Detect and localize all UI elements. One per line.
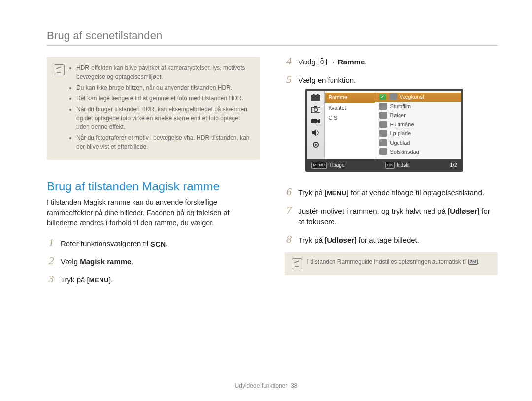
thumb-icon — [389, 93, 397, 100]
section-title: Brug af tilstanden Magisk ramme — [47, 180, 260, 193]
step-bold: Udløser — [327, 236, 354, 244]
note-list: HDR-effekten kan blive påvirket af kamer… — [69, 63, 252, 153]
option-label: Stumfilm — [390, 102, 411, 111]
section-body: I tilstanden Magisk ramme kan du anvende… — [47, 197, 260, 228]
ok-label: Indstil — [397, 161, 409, 169]
option-label: Lp-plade — [390, 129, 411, 138]
option-item: Lp-plade — [375, 129, 461, 138]
manual-page: Brug af scenetilstanden HDR-effekten kan… — [0, 0, 532, 401]
scene-icon — [311, 93, 321, 101]
footer-page-number: 38 — [291, 382, 297, 389]
option-label: Solskinsdag — [390, 148, 419, 156]
step-1: Roter funktionsvælgeren til SCN. — [47, 238, 260, 249]
camera-ui-panel: Ramme Kvalitet OIS Vægkunst Stumfilm Bøl… — [307, 91, 461, 159]
sound-icon — [311, 129, 321, 137]
small-note-box: I tilstanden Rammeguide indstilles opløs… — [285, 252, 498, 275]
step-text: Vælg — [299, 58, 318, 66]
left-column: HDR-effekten kan blive påvirket af kamer… — [47, 57, 260, 292]
thumb-icon — [379, 103, 387, 110]
note-item: Når du fotograferer et motiv i bevægelse… — [76, 133, 252, 151]
small-note-text: I tilstanden Rammeguide indstilles opløs… — [307, 258, 469, 265]
step-3: Tryk på [MENU]. — [47, 275, 260, 286]
note-icon — [54, 64, 65, 75]
step-7: Justér motivet i rammen, og tryk halvt n… — [285, 206, 498, 228]
step-text: Vælg — [61, 257, 80, 266]
option-item: Fuldmåne — [375, 120, 461, 129]
note-icon — [292, 258, 302, 269]
step-text: Roter funktionsvælgeren til — [61, 239, 151, 247]
page-title: Brug af scenetilstanden — [47, 30, 498, 46]
gear-icon — [311, 141, 321, 149]
camera-icon — [318, 59, 327, 65]
steps-right: Vælg → Ramme. Vælg en funktion. — [285, 57, 498, 246]
thumb-icon — [379, 139, 387, 146]
step-content: Roter funktionsvælgeren til SCN. — [61, 238, 168, 249]
page-footer: Udvidede funktioner 38 — [0, 382, 532, 389]
note-item: Du kan ikke bruge blitzen, når du anvend… — [76, 83, 252, 92]
step-content: Tryk på [MENU] for at vende tilbage til … — [299, 187, 484, 199]
option-label: Fuldmåne — [390, 121, 414, 129]
video-icon — [311, 117, 321, 125]
step-text: Tryk på [ — [299, 188, 327, 197]
svg-rect-0 — [311, 95, 320, 101]
step-text: Justér motivet i rammen, og tryk halvt n… — [299, 207, 450, 215]
menu-mark-icon: MENU — [311, 162, 327, 169]
step-6: Tryk på [MENU] for at vende tilbage til … — [285, 187, 498, 199]
resolution-icon: 2M — [468, 259, 478, 265]
step-content: Justér motivet i rammen, og tryk halvt n… — [299, 206, 498, 228]
step-text: ]. — [109, 276, 113, 284]
option-label: Bølger — [390, 111, 406, 120]
option-item: Ugeblad — [375, 138, 461, 148]
step-text: Tryk på [ — [299, 236, 327, 244]
svg-rect-5 — [314, 106, 317, 107]
camera-ui-screenshot: Ramme Kvalitet OIS Vægkunst Stumfilm Bøl… — [305, 89, 463, 172]
step-content: Vælg en funktion. — [299, 75, 463, 181]
small-note-content: I tilstanden Rammeguide indstilles opløs… — [307, 258, 479, 269]
step-content: Tryk på [Udløser] for at tage billedet. — [299, 235, 419, 246]
svg-point-8 — [315, 144, 317, 146]
camera-ui-options: Vægkunst Stumfilm Bølger Fuldmåne Lp-pla… — [375, 91, 461, 159]
note-item: HDR-effekten kan blive påvirket af kamer… — [76, 63, 252, 81]
option-label: Vægkunst — [400, 93, 425, 101]
step-bold: Udløser — [450, 207, 477, 215]
note-item: Når du bruger tilstanden HDR, kan eksemp… — [76, 105, 252, 131]
option-item: Stumfilm — [375, 102, 461, 111]
step-5: Vælg en funktion. — [285, 75, 498, 181]
option-item: Bølger — [375, 111, 461, 120]
arrow: → — [327, 58, 338, 66]
page-indicator: 1/2 — [450, 161, 457, 169]
step-text: ] for at tage billedet. — [354, 236, 419, 244]
menu-item: Kvalitet — [325, 103, 375, 113]
scn-icon: SCN — [151, 239, 166, 249]
check-icon — [379, 94, 386, 100]
step-4: Vælg → Ramme. — [285, 57, 498, 68]
note-item: Det kan tage længere tid at gemme et fot… — [76, 94, 252, 103]
svg-point-4 — [314, 108, 317, 112]
step-bold: Magisk ramme — [80, 257, 131, 266]
thumb-icon — [379, 112, 387, 119]
step-8: Tryk på [Udløser] for at tage billedet. — [285, 235, 498, 246]
thumb-icon — [379, 121, 387, 128]
step-content: Vælg Magisk ramme. — [61, 256, 133, 268]
right-column: Vælg → Ramme. Vælg en funktion. — [285, 57, 498, 292]
step-content: Vælg → Ramme. — [299, 57, 367, 68]
camera-ui-menu: Ramme Kvalitet OIS — [325, 91, 375, 159]
camera-icon — [311, 105, 321, 113]
back-label: Tilbage — [329, 161, 344, 169]
menu-item-selected: Ramme — [325, 93, 375, 103]
svg-rect-6 — [311, 119, 317, 123]
svg-rect-1 — [313, 94, 315, 95]
camera-ui-bottom-bar: MENUTilbage OKIndstil 1/2 — [307, 159, 461, 170]
ok-control: OKIndstil — [385, 161, 410, 169]
content-columns: HDR-effekten kan blive påvirket af kamer… — [47, 57, 498, 292]
thumb-icon — [379, 148, 387, 155]
menu-icon: MENU — [327, 189, 346, 197]
note-box: HDR-effekten kan blive påvirket af kamer… — [47, 57, 260, 160]
footer-label: Udvidede funktioner — [235, 382, 288, 389]
option-label: Ugeblad — [390, 139, 410, 147]
step-text: Tryk på [ — [61, 276, 89, 284]
option-item: Solskinsdag — [375, 147, 461, 156]
step-text: ] for at vende tilbage til optagelsestil… — [347, 188, 484, 197]
option-item-selected: Vægkunst — [375, 93, 461, 102]
step-bold: Ramme — [338, 58, 365, 66]
